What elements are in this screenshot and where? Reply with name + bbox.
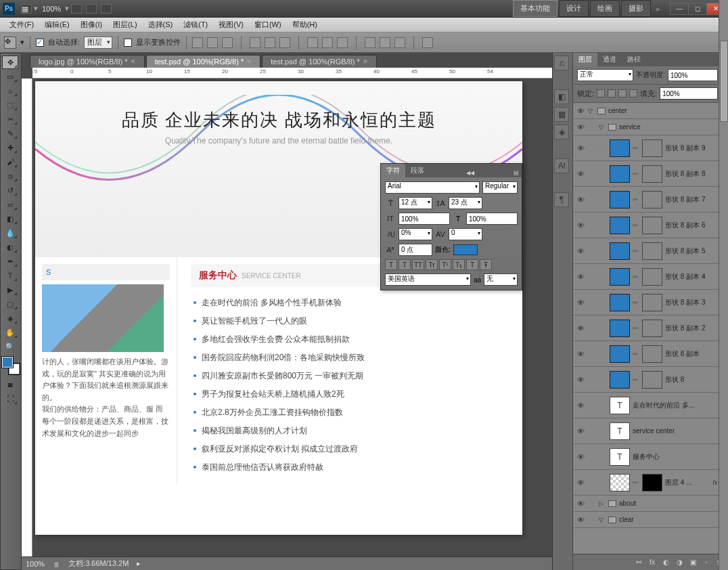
layer-row[interactable]: 👁⚯形状 8 副本 5 [573, 238, 728, 264]
expand-icon[interactable]: ▽ [599, 517, 606, 523]
adjustment-layer-icon[interactable]: ◑ [674, 558, 685, 567]
layer-row[interactable]: 👁⚯形状 8 副本 3 [573, 290, 728, 315]
hand-tool[interactable]: ✋ [2, 326, 18, 339]
language-select[interactable]: 美国英语 [385, 273, 471, 286]
visibility-icon[interactable]: 👁 [576, 349, 585, 359]
mask-thumbnail[interactable] [642, 242, 662, 260]
view-extras-icon[interactable] [71, 4, 82, 14]
layer-name[interactable]: 图层 4 ... [665, 478, 707, 487]
workspace-摄影[interactable]: 摄影 [621, 0, 651, 17]
zoom-level[interactable]: 100% [42, 5, 61, 13]
leading-select[interactable]: 23 点 [449, 197, 482, 209]
transform-checkbox[interactable] [124, 39, 132, 47]
menu-选择[interactable]: 选择(S) [143, 18, 179, 32]
minimize-button[interactable]: — [670, 3, 689, 15]
link-icon[interactable]: ⚯ [633, 145, 639, 152]
menu-窗口[interactable]: 窗口(W) [249, 18, 287, 32]
status-grip-icon[interactable]: ⫼ [53, 560, 60, 568]
layer-row[interactable]: 👁⚯图层 4 ...fx ▾ [573, 470, 728, 496]
text-color-swatch[interactable] [453, 244, 478, 255]
mask-thumbnail[interactable] [642, 165, 662, 183]
layer-thumbnail[interactable] [610, 268, 630, 286]
maximize-button[interactable]: ◻ [688, 3, 707, 15]
layer-thumbnail[interactable] [610, 474, 630, 491]
text-style-button[interactable]: T₁ [453, 259, 465, 270]
layer-thumbnail[interactable] [610, 217, 630, 234]
layer-name[interactable]: 形状 8 [665, 375, 725, 385]
arrange-icon[interactable] [86, 4, 97, 14]
link-icon[interactable]: ⚯ [633, 273, 639, 280]
mask-thumbnail[interactable] [642, 345, 662, 363]
layer-row[interactable]: 👁⚯形状 8 副本 2 [573, 315, 728, 341]
layer-thumbnail[interactable] [610, 242, 630, 260]
path-select-tool[interactable]: ▶ [2, 283, 18, 297]
layer-row[interactable]: 👁▽service [573, 119, 728, 135]
vertical-ruler[interactable] [22, 79, 32, 556]
bridge-icon[interactable]: ▦ [21, 4, 32, 14]
align-hcenter-icon[interactable] [265, 37, 275, 48]
dodge-tool[interactable]: ◐ [2, 240, 18, 254]
visibility-icon[interactable]: 👁 [576, 478, 585, 487]
eyedropper-tool[interactable]: ✎ [2, 127, 18, 140]
layers-tab[interactable]: 图层 [573, 53, 597, 66]
layer-name[interactable]: 形状 8 副本 2 [665, 324, 725, 333]
font-size-select[interactable]: 12 点 [399, 197, 432, 209]
blend-mode-select[interactable]: 正常 [577, 69, 633, 81]
link-icon[interactable]: ⚯ [633, 299, 639, 306]
layer-row[interactable]: 👁⚯形状 8 副本 6 [573, 213, 728, 238]
visibility-icon[interactable]: 👁 [576, 499, 585, 508]
color-panel-icon[interactable]: ◧ [554, 89, 569, 104]
stamp-tool[interactable]: ⧈ [2, 169, 18, 183]
history-brush-tool[interactable]: ↺ [2, 183, 18, 197]
shape-tool[interactable]: ▢ [2, 297, 18, 311]
marquee-tool[interactable]: ▭ [2, 70, 18, 83]
menu-文件[interactable]: 文件(F) [4, 18, 39, 32]
layer-name[interactable]: clear [619, 516, 725, 523]
arrow-down-icon[interactable]: ▾ [65, 4, 69, 13]
mask-thumbnail[interactable] [642, 371, 662, 389]
arrow-down-icon[interactable]: ▾ [20, 38, 24, 47]
panel-menu-icon[interactable]: ▤ [511, 169, 522, 177]
expand-icon[interactable]: ▽ [588, 108, 595, 114]
move-tool-icon[interactable]: ✥ [4, 37, 16, 49]
document-tab[interactable]: logo.jpg @ 100%(RGB/8) *✕ [30, 55, 145, 68]
link-icon[interactable]: ⚯ [633, 196, 639, 203]
fill-input[interactable] [660, 87, 718, 100]
layer-thumbnail[interactable] [610, 139, 630, 157]
layer-thumbnail[interactable] [610, 345, 630, 363]
text-style-button[interactable]: Tr [426, 259, 438, 270]
mask-thumbnail[interactable] [642, 217, 662, 234]
visibility-icon[interactable]: 👁 [576, 221, 585, 230]
layer-name[interactable]: 形状 8 副本 6 [665, 221, 725, 230]
workspace-绘画[interactable]: 绘画 [590, 0, 620, 17]
visibility-icon[interactable]: 👁 [576, 195, 585, 204]
lock-pixels-icon[interactable] [608, 89, 616, 97]
link-icon[interactable]: ⚯ [633, 479, 639, 486]
layer-row[interactable]: 👁▽center [573, 103, 728, 119]
paths-tab[interactable]: 路径 [622, 53, 646, 66]
expand-icon[interactable]: ▽ [599, 124, 606, 131]
lock-transparency-icon[interactable] [597, 89, 605, 97]
layer-row[interactable]: 👁⚯形状 8 [573, 367, 728, 393]
zoom-tool[interactable]: 🔍 [2, 340, 18, 353]
blur-tool[interactable]: 💧 [2, 226, 18, 240]
distribute-top-icon[interactable] [307, 37, 318, 48]
document[interactable]: 品质 企业未来的决 战场和永恒的主题 Quality,The company's… [35, 81, 522, 535]
layer-row[interactable]: 👁⚯形状 8 副本 8 [573, 161, 728, 187]
mask-thumbnail[interactable] [642, 474, 662, 491]
brush-tool[interactable]: 🖌 [2, 155, 18, 169]
char-tab[interactable]: 字符 [381, 164, 405, 177]
link-icon[interactable]: ⚯ [633, 222, 639, 229]
layer-thumbnail[interactable] [610, 371, 630, 389]
layer-name[interactable]: 形状 8 副本 8 [665, 169, 725, 179]
foreground-color[interactable] [2, 357, 13, 368]
layer-name[interactable]: service [619, 123, 725, 131]
layer-list[interactable]: 👁▽center👁▽service👁⚯形状 8 副本 9👁⚯形状 8 副本 8👁… [573, 103, 728, 554]
link-icon[interactable]: ⚯ [633, 171, 639, 177]
channels-tab[interactable]: 通道 [597, 53, 622, 66]
menu-图像[interactable]: 图像(I) [75, 18, 108, 32]
tracking-a-select[interactable]: 0% [399, 228, 432, 240]
text-style-button[interactable]: T¹ [439, 259, 451, 270]
hscale-input[interactable] [466, 213, 518, 225]
layer-name[interactable]: 形状 8 副本 [665, 349, 725, 359]
